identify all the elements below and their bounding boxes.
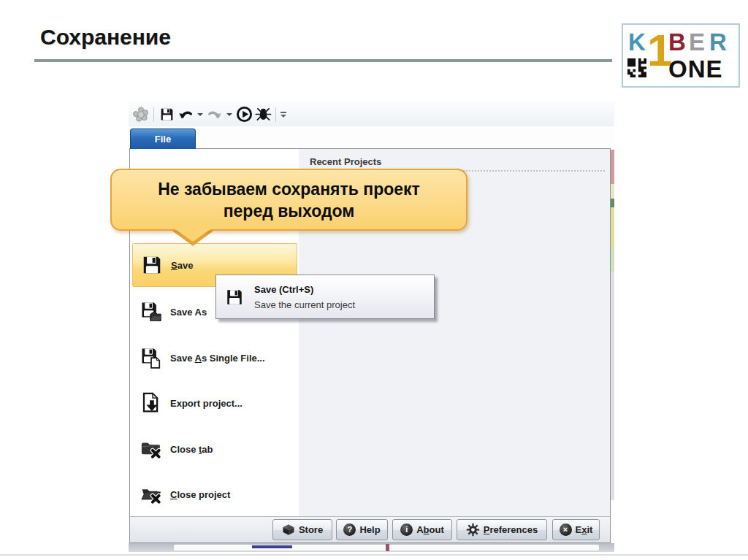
help-icon: ? (343, 523, 356, 536)
background-app-sliver (611, 150, 614, 500)
logo-letter: B (668, 30, 686, 54)
button-label: Preferences (484, 524, 538, 535)
tooltip-title: Save (Ctrl+S) (254, 284, 355, 295)
statusbar-blue-segment (252, 545, 292, 548)
toolbar-separator (153, 107, 154, 122)
logo-letter: R (709, 30, 727, 54)
recent-projects-header: Recent Projects (310, 156, 381, 167)
logo-letter: K (628, 30, 646, 54)
button-label: Store (299, 524, 323, 535)
exit-icon: × (560, 523, 572, 536)
callout-annotation: Не забываем сохранять проект перед выход… (110, 169, 468, 231)
callout-bubble: Не забываем сохранять проект перед выход… (110, 169, 468, 231)
floppy-file-icon (132, 347, 170, 369)
menu-footer-bar: Store ? Help i About (130, 516, 610, 542)
quick-access-toolbar (129, 102, 614, 126)
menu-item-save-as-single-file[interactable]: Save As Single File... (132, 336, 297, 380)
menu-item-close-project[interactable]: Close project (132, 472, 297, 516)
button-label: Exit (576, 524, 593, 535)
floppy-icon (225, 288, 244, 307)
title-underline (34, 59, 612, 62)
floppy-icon (133, 254, 171, 276)
toolbar-overflow-icon[interactable] (280, 112, 286, 118)
about-button[interactable]: i About (392, 519, 452, 540)
slide-footer-line (0, 554, 748, 556)
debug-icon[interactable] (253, 105, 272, 124)
menu-item-label: Close project (170, 489, 230, 500)
save-tooltip: Save (Ctrl+S) Save the current project (215, 275, 435, 319)
store-icon (282, 523, 295, 537)
undo-icon[interactable] (176, 105, 195, 124)
statusbar-red-tick (386, 544, 389, 551)
callout-text-line1: Не забываем сохранять проект (158, 178, 420, 200)
callout-tail (173, 228, 213, 242)
tab-file[interactable]: File (130, 129, 196, 149)
export-icon (132, 392, 170, 414)
about-icon: i (400, 523, 413, 536)
close-tab-icon (132, 438, 170, 460)
menu-item-export-project[interactable]: Export project... (132, 381, 297, 425)
menu-item-close-tab[interactable]: Close tab (132, 427, 297, 471)
app-flower-icon[interactable] (131, 105, 150, 124)
undo-dropdown-icon[interactable] (197, 113, 203, 116)
exit-button[interactable]: × Exit (552, 519, 600, 540)
window-bottom-strip (129, 543, 614, 552)
floppy-folder-icon (132, 301, 170, 323)
button-label: About (416, 524, 444, 535)
redo-dropdown-icon[interactable] (226, 113, 232, 116)
save-icon[interactable] (157, 105, 176, 124)
kiber-one-logo: K 1 B E R ONE (622, 23, 740, 88)
toolbar-separator (275, 107, 276, 122)
qr-code-icon (627, 58, 646, 77)
tooltip-description: Save the current project (254, 299, 355, 310)
preferences-button[interactable]: Preferences (457, 519, 547, 540)
menu-item-label: Close tab (170, 444, 213, 455)
run-icon[interactable] (234, 105, 253, 124)
menu-item-label: Save (171, 260, 193, 271)
menu-item-label: Save As Single File... (170, 353, 265, 364)
button-label: Help (359, 524, 380, 535)
close-project-icon (132, 483, 170, 505)
page-title: Сохранение (40, 25, 171, 50)
store-button[interactable]: Store (272, 519, 332, 540)
callout-text-line2: перед выходом (224, 200, 355, 222)
logo-letter: ONE (668, 57, 723, 81)
menu-item-label: Export project... (170, 398, 243, 409)
redo-icon[interactable] (205, 105, 224, 124)
preferences-icon (466, 523, 480, 537)
menu-item-label: Save As (170, 307, 207, 318)
logo-letter: E (689, 30, 705, 54)
help-button[interactable]: ? Help (336, 519, 388, 540)
